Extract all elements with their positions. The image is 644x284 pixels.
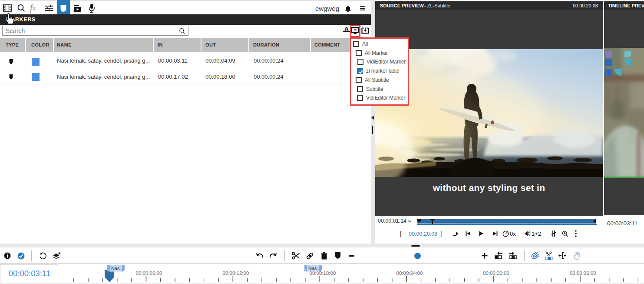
- svg-text:00:00:30:00: 00:00:30:00: [483, 271, 509, 276]
- svg-text:00:00:06:00: 00:00:06:00: [136, 271, 162, 276]
- svg-text:Nas...: Nas...: [308, 266, 321, 271]
- svg-text:00:00:36:00: 00:00:36:00: [570, 271, 596, 276]
- svg-text:Nas...: Nas...: [111, 266, 124, 271]
- svg-text:00:00:24:00: 00:00:24:00: [396, 271, 423, 276]
- svg-text:00:00:12:00: 00:00:12:00: [223, 271, 249, 276]
